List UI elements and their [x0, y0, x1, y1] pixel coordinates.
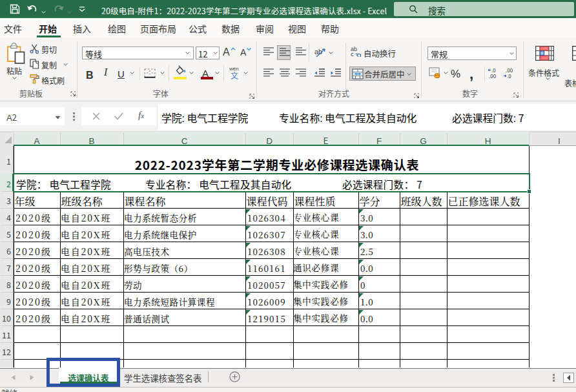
svg-text:.0: .0: [507, 72, 511, 79]
svg-text:.00: .00: [489, 72, 497, 79]
svg-text:A: A: [240, 47, 247, 57]
svg-text:A: A: [223, 46, 230, 57]
svg-text:c: c: [351, 50, 354, 57]
